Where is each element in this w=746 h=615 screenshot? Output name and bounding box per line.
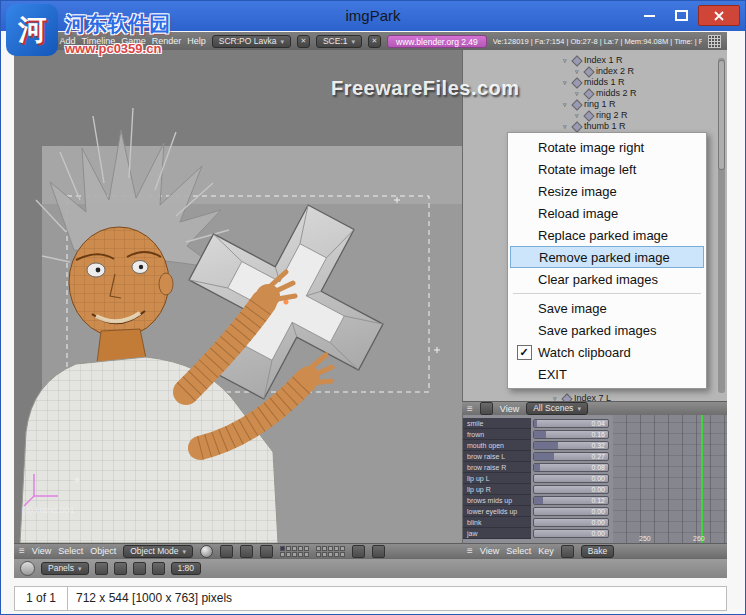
mode-selector: Object Mode▾	[123, 545, 193, 558]
shapekey-row: brows mids up0.12	[463, 495, 613, 506]
menu-item-replace-parked-image[interactable]: Replace parked image	[510, 224, 704, 246]
outliner-scrollbar	[718, 58, 725, 393]
copy-icon	[561, 545, 574, 558]
menu-item-clear-parked-images[interactable]: Clear parked images	[510, 268, 704, 290]
action-editor-header: ≡ View Select Key Bake	[462, 543, 727, 558]
checkbox-checked-icon: ✓	[517, 345, 532, 360]
tree-expand-icon: ▿	[563, 123, 570, 130]
site-watermark: 河 河东软件园 www.pc0359.cn	[6, 4, 170, 56]
logic-icon	[95, 562, 108, 575]
window-grid-icon	[708, 35, 721, 48]
chevron-down-icon: ▾	[78, 563, 82, 574]
shapekey-slider: 0.04	[533, 419, 609, 428]
lock-icon	[352, 545, 365, 558]
shapekey-slider: 0.00	[533, 518, 609, 527]
tree-expand-icon: ▿	[575, 112, 582, 119]
shapekey-row: jaw0.00	[463, 528, 613, 539]
menu-item-save-image[interactable]: Save image	[510, 297, 704, 319]
menu-item-watch-clipboard[interactable]: ✓Watch clipboard	[510, 341, 704, 363]
url-field: www.blender.org 2.49	[387, 35, 487, 48]
menu-item-save-parked-images[interactable]: Save parked images	[510, 319, 704, 341]
minimize-icon	[644, 15, 655, 17]
scene-stats: Ve:128019 | Fa:7:154 | Ob:27-8 | La:7 | …	[493, 37, 702, 46]
outliner-item: ▿index 2 R	[463, 66, 727, 77]
outliner-item: ▿Index 1 R	[463, 55, 727, 66]
bake-button: Bake	[581, 545, 614, 558]
shapekey-slider: 0.32	[533, 441, 609, 450]
minimize-button[interactable]	[634, 5, 664, 26]
outliner-item: ▿ring 1 R	[463, 99, 727, 110]
pivot-icon	[220, 545, 233, 558]
menu-item-rotate-image-left[interactable]: Rotate image left	[510, 158, 704, 180]
frame-number: 260	[693, 535, 705, 542]
shapekey-slider: 0.00	[533, 485, 609, 494]
panel-menu-icon	[20, 561, 35, 576]
chevron-down-icon: ▾	[280, 36, 284, 47]
bone-icon	[583, 66, 594, 77]
chevron-down-icon: ▾	[577, 403, 581, 414]
image-dimensions: 712 x 544 [1000 x 763] pixels	[68, 586, 727, 611]
shapekey-slider: 0.08	[533, 463, 609, 472]
scene-close-icon: ✕	[368, 35, 381, 48]
tree-expand-icon: ▿	[563, 101, 570, 108]
shapekey-row: smile0.04	[463, 418, 613, 429]
shapekey-row: mouth open0.32	[463, 440, 613, 451]
layer-buttons-2	[316, 546, 345, 557]
shapekey-slider: 0.00	[533, 529, 609, 538]
blender-menu-help: Help	[187, 36, 206, 46]
action-editor: smile0.04 frown0.16 mouth open0.32 brow …	[462, 415, 727, 543]
chevron-down-icon: ▾	[182, 546, 186, 557]
tree-expand-icon: ▿	[575, 68, 582, 75]
bone-icon	[571, 121, 582, 132]
menu-item-rotate-image-right[interactable]: Rotate image right	[510, 136, 704, 158]
outliner-item: ▿thumb 1 R	[463, 121, 727, 132]
panels-dropdown: Panels▾	[41, 562, 89, 575]
shapekey-slider: 0.00	[533, 507, 609, 516]
viewport-menu-object: Object	[90, 546, 116, 556]
dope-menu-key: Key	[538, 546, 554, 556]
tree-expand-icon: ▿	[563, 57, 570, 64]
playhead	[701, 415, 703, 543]
dope-menu-view: View	[480, 546, 499, 556]
close-icon	[714, 11, 724, 21]
menu-item-resize-image[interactable]: Resize image	[510, 180, 704, 202]
bone-icon	[571, 55, 582, 66]
bone-icon	[583, 110, 594, 121]
context-menu: Rotate image right Rotate image left Res…	[507, 132, 707, 389]
viewport-menu-view: View	[32, 546, 51, 556]
viewport-3d: (8) Hand.001	[14, 50, 462, 543]
shapekey-slider: 0.27	[533, 452, 609, 461]
shading-icon	[114, 562, 127, 575]
freewarefiles-watermark: FreewareFiles.com	[331, 77, 520, 100]
dope-menu-select: Select	[506, 546, 531, 556]
site-url: www.pc0359.cn	[65, 41, 170, 56]
hamburger-icon: ≡	[467, 404, 473, 414]
bone-icon	[571, 99, 582, 110]
site-logo-icon: 河	[6, 4, 58, 56]
object-icon	[133, 562, 146, 575]
viewport-render	[14, 50, 462, 543]
menu-item-reload-image[interactable]: Reload image	[510, 202, 704, 224]
render-preview-icon	[372, 545, 385, 558]
screen-close-icon: ✕	[297, 35, 310, 48]
close-button[interactable]	[698, 5, 740, 26]
maximize-icon	[675, 10, 688, 21]
maximize-button[interactable]	[666, 5, 696, 26]
menu-separator	[513, 293, 701, 294]
shapekey-row: lower eyelids up0.00	[463, 506, 613, 517]
outliner-header: ≡ View All Scenes▾	[462, 401, 727, 415]
outliner-scope-dropdown: All Scenes▾	[526, 402, 588, 415]
active-object-label: (8) Hand.001	[22, 505, 75, 515]
layer-buttons	[280, 546, 309, 557]
menu-item-exit[interactable]: EXIT	[510, 363, 704, 385]
screen-selector: SCR:PO Lavka▾	[212, 35, 291, 48]
scene-selector: SCE:1▾	[316, 35, 362, 48]
tree-expand-icon: ▿	[563, 79, 570, 86]
outliner-item: ▿ring 2 R	[463, 110, 727, 121]
outliner-menu-view: View	[500, 404, 519, 414]
shapekey-row: lip up L0.00	[463, 473, 613, 484]
bone-icon	[583, 88, 594, 99]
shapekey-slider: 0.12	[533, 496, 609, 505]
shapekey-row: lip up R0.00	[463, 484, 613, 495]
menu-item-remove-parked-image[interactable]: Remove parked image	[510, 246, 704, 268]
